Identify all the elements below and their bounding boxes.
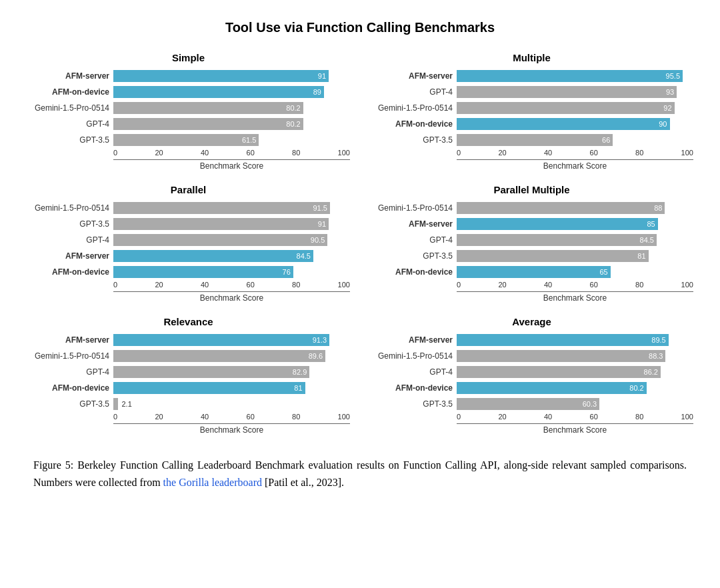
axis-label: Benchmark Score [27, 293, 350, 303]
chart-title-average: Average [370, 316, 693, 327]
bar-container: 91 [113, 70, 350, 82]
bar-fill: 88.3 [457, 350, 665, 362]
bar-container: 85 [457, 218, 693, 230]
bar-label: AFM-on-device [27, 87, 113, 97]
chart-section-relevance: RelevanceAFM-server91.3Gemini-1.5-Pro-05… [27, 313, 350, 438]
bar-value: 80.2 [286, 104, 300, 112]
bar-row: GPT-490.5 [27, 233, 350, 247]
axis-line [457, 159, 693, 160]
chart-title-parallel-multiple: Parallel Multiple [370, 184, 693, 195]
bar-fill: 80.2 [457, 382, 647, 394]
chart-bars-parallel: Gemini-1.5-Pro-051491.5GPT-3.591GPT-490.… [27, 201, 350, 279]
bar-fill: 2.1 [113, 398, 118, 410]
bar-container: 92 [457, 102, 693, 114]
bar-value: 61.5 [242, 136, 256, 144]
axis-line-container [370, 423, 693, 424]
bar-value: 85 [647, 220, 655, 228]
bar-row: AFM-server89.5 [370, 333, 693, 347]
bar-label: AFM-on-device [27, 383, 113, 393]
bar-row: AFM-on-device65 [370, 265, 693, 279]
tick-label: 100 [338, 413, 350, 421]
bar-label: GPT-3.5 [27, 135, 113, 145]
axis-ticks: 020406080100 [370, 413, 693, 421]
gorilla-link[interactable]: the Gorilla leaderboard [163, 477, 262, 488]
bar-row: GPT-3.52.1 [27, 397, 350, 411]
bar-container: 95.5 [457, 70, 693, 82]
figure-caption: Figure 5: Berkeley Function Calling Lead… [27, 457, 693, 491]
bar-value: 60.3 [583, 400, 597, 408]
bar-label: GPT-3.5 [27, 219, 113, 229]
bar-fill: 60.3 [457, 398, 599, 410]
bar-fill: 91 [113, 218, 329, 230]
bar-fill: 80.2 [113, 118, 303, 130]
bar-fill: 66 [457, 134, 613, 146]
bar-fill: 85 [457, 218, 658, 230]
bar-fill: 84.5 [113, 250, 313, 262]
chart-title-multiple: Multiple [370, 52, 693, 63]
axis-label: Benchmark Score [370, 161, 693, 171]
bar-label: GPT-4 [27, 235, 113, 245]
bar-value: 89 [313, 88, 321, 96]
bar-label: Gemini-1.5-Pro-0514 [370, 351, 457, 361]
bar-row: Gemini-1.5-Pro-051480.2 [27, 101, 350, 115]
chart-section-simple: SimpleAFM-server91AFM-on-device89Gemini-… [27, 49, 350, 174]
bar-row: Gemini-1.5-Pro-051488 [370, 201, 693, 215]
bar-fill: 92 [457, 102, 675, 114]
axis-line-container [27, 291, 350, 292]
bar-fill: 89 [113, 86, 324, 98]
axis-label: Benchmark Score [370, 293, 693, 303]
tick-label: 0 [457, 281, 461, 289]
tick-label: 0 [113, 149, 117, 157]
chart-title-parallel: Parallel [27, 184, 350, 195]
bar-label: AFM-server [27, 251, 113, 261]
axis-line-container [27, 423, 350, 424]
bar-label: GPT-4 [370, 367, 457, 377]
bar-container: 66 [457, 134, 693, 146]
bar-row: AFM-on-device80.2 [370, 381, 693, 395]
bar-label: AFM-server [370, 335, 457, 345]
bar-value: 65 [600, 268, 608, 276]
tick-label: 80 [292, 149, 300, 157]
bar-value: 93 [666, 88, 674, 96]
tick-label: 40 [544, 413, 552, 421]
bar-container: 86.2 [457, 366, 693, 378]
bar-container: 84.5 [457, 234, 693, 246]
bar-container: 82.9 [113, 366, 350, 378]
bar-row: GPT-493 [370, 85, 693, 99]
bar-value: 91.3 [313, 336, 327, 344]
tick-label: 100 [338, 149, 350, 157]
tick-label: 0 [457, 149, 461, 157]
bar-label: Gemini-1.5-Pro-0514 [27, 103, 113, 113]
axis-line-container [27, 159, 350, 160]
bar-row: Gemini-1.5-Pro-051489.6 [27, 349, 350, 363]
bar-fill: 89.5 [457, 334, 669, 346]
bar-label: GPT-4 [27, 367, 113, 377]
bar-value: 95.5 [666, 72, 680, 80]
bar-value: 89.6 [309, 352, 323, 360]
axis-line-container [370, 159, 693, 160]
bar-fill: 81 [113, 382, 305, 394]
bar-label: AFM-on-device [370, 383, 457, 393]
bar-value: 2.1 [119, 400, 131, 408]
bar-label: Gemini-1.5-Pro-0514 [370, 103, 457, 113]
tick-label: 100 [338, 281, 350, 289]
tick-label: 60 [247, 149, 255, 157]
bar-label: AFM-on-device [27, 267, 113, 277]
bar-row: GPT-482.9 [27, 365, 350, 379]
bar-fill: 82.9 [113, 366, 309, 378]
tick-label: 80 [635, 281, 643, 289]
bar-container: 90.5 [113, 234, 350, 246]
tick-label: 80 [292, 281, 300, 289]
caption-text: Berkeley Function Calling Leaderboard Be… [33, 459, 687, 488]
bar-label: Gemini-1.5-Pro-0514 [370, 203, 457, 213]
tick-label: 100 [681, 413, 693, 421]
tick-label: 80 [292, 413, 300, 421]
tick-label: 100 [681, 149, 693, 157]
axis-ticks: 020406080100 [370, 281, 693, 289]
tick-label: 20 [155, 149, 163, 157]
chart-bars-average: AFM-server89.5Gemini-1.5-Pro-051488.3GPT… [370, 333, 693, 411]
bar-label: GPT-4 [27, 119, 113, 129]
bar-value: 80.2 [629, 384, 643, 392]
bar-value: 89.5 [651, 336, 665, 344]
bar-row: AFM-server91 [27, 69, 350, 83]
